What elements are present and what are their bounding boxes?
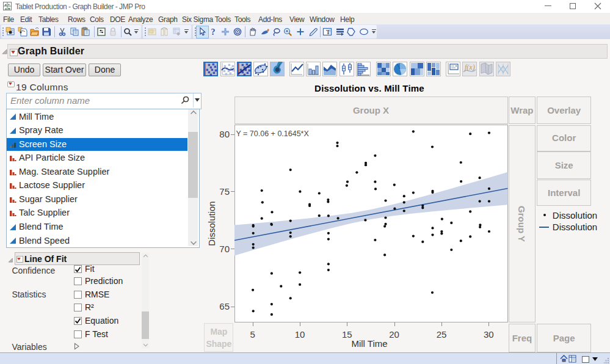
svg-text:?: ? — [211, 27, 216, 37]
svg-text:f(x): f(x) — [465, 63, 475, 71]
